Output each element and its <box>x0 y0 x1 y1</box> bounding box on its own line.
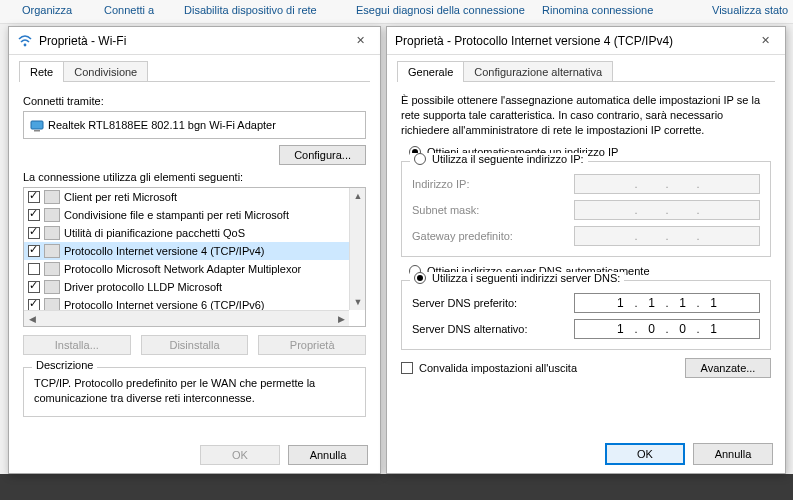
ip-manual-group: Utilizza il seguente indirizzo IP: Indir… <box>401 161 771 257</box>
ok-button[interactable]: OK <box>605 443 685 465</box>
component-icon <box>44 280 60 294</box>
toolbar-disable[interactable]: Disabilita dispositivo di rete <box>184 4 317 16</box>
list-item-label: Protocollo Microsoft Network Adapter Mul… <box>64 263 301 275</box>
list-item[interactable]: Protocollo Microsoft Network Adapter Mul… <box>24 260 349 278</box>
properties-button[interactable]: Proprietà <box>258 335 366 355</box>
intro-text: È possibile ottenere l'assegnazione auto… <box>401 93 771 138</box>
description-heading: Descrizione <box>32 359 97 371</box>
scrollbar-horizontal[interactable]: ◀▶ <box>24 310 349 326</box>
tab-rete[interactable]: Rete <box>19 61 64 82</box>
components-listbox[interactable]: Client per reti MicrosoftCondivisione fi… <box>23 187 366 327</box>
component-icon <box>44 226 60 240</box>
checkbox[interactable] <box>28 281 40 293</box>
wifi-properties-dialog: Proprietà - Wi-Fi ✕ Rete Condivisione Co… <box>8 26 381 474</box>
tab-condivisione[interactable]: Condivisione <box>63 61 148 82</box>
cancel-button[interactable]: Annulla <box>693 443 773 465</box>
configure-button[interactable]: Configura... <box>279 145 366 165</box>
tab-general[interactable]: Generale <box>397 61 464 82</box>
uses-label: La connessione utilizza gli elementi seg… <box>23 171 366 183</box>
radio-ip-manual[interactable] <box>414 153 426 165</box>
component-icon <box>44 298 60 310</box>
close-icon[interactable]: ✕ <box>751 34 779 47</box>
component-icon <box>44 190 60 204</box>
titlebar[interactable]: Proprietà - Protocollo Internet versione… <box>387 27 785 55</box>
radio-dns-manual[interactable] <box>414 272 426 284</box>
toolbar-rename[interactable]: Rinomina connessione <box>542 4 653 16</box>
list-item-label: Protocollo Internet versione 4 (TCP/IPv4… <box>64 245 265 257</box>
component-icon <box>44 208 60 222</box>
gw-label: Gateway predefinito: <box>412 230 562 242</box>
dns-manual-group: Utilizza i seguenti indirizzi server DNS… <box>401 280 771 350</box>
validate-checkbox[interactable] <box>401 362 413 374</box>
svg-point-0 <box>24 43 27 46</box>
list-item[interactable]: Client per reti Microsoft <box>24 188 349 206</box>
validate-label: Convalida impostazioni all'uscita <box>419 362 577 374</box>
toolbar-status[interactable]: Visualizza stato <box>712 4 788 16</box>
checkbox[interactable] <box>28 245 40 257</box>
checkbox[interactable] <box>28 209 40 221</box>
component-icon <box>44 244 60 258</box>
list-item[interactable]: Driver protocollo LLDP Microsoft <box>24 278 349 296</box>
cancel-button[interactable]: Annulla <box>288 445 368 465</box>
ip-label: Indirizzo IP: <box>412 178 562 190</box>
titlebar[interactable]: Proprietà - Wi-Fi ✕ <box>9 27 380 55</box>
ip-input: ... <box>574 174 760 194</box>
list-item-label: Utilità di pianificazione pacchetti QoS <box>64 227 245 239</box>
svg-rect-2 <box>34 130 40 132</box>
dns-alt-label: Server DNS alternativo: <box>412 323 562 335</box>
adapter-name: Realtek RTL8188EE 802.11 bgn Wi-Fi Adapt… <box>48 119 276 131</box>
list-item[interactable]: Protocollo Internet versione 4 (TCP/IPv4… <box>24 242 349 260</box>
advanced-button[interactable]: Avanzate... <box>685 358 771 378</box>
close-icon[interactable]: ✕ <box>346 34 374 47</box>
adapter-icon <box>30 118 48 132</box>
checkbox[interactable] <box>28 227 40 239</box>
list-item[interactable]: Protocollo Internet versione 6 (TCP/IPv6… <box>24 296 349 310</box>
gw-input: ... <box>574 226 760 246</box>
adapter-box[interactable]: Realtek RTL8188EE 802.11 bgn Wi-Fi Adapt… <box>23 111 366 139</box>
toolbar-connect[interactable]: Connetti a <box>104 4 154 16</box>
description-text: TCP/IP. Protocollo predefinito per le WA… <box>34 376 355 406</box>
checkbox[interactable] <box>28 263 40 275</box>
radio-ip-manual-label: Utilizza il seguente indirizzo IP: <box>432 153 584 165</box>
dns-pref-label: Server DNS preferito: <box>412 297 562 309</box>
radio-dns-manual-label: Utilizza i seguenti indirizzi server DNS… <box>432 272 620 284</box>
tab-alt-config[interactable]: Configurazione alternativa <box>463 61 613 82</box>
toolbar-organize[interactable]: Organizza <box>22 4 72 16</box>
connect-via-label: Connetti tramite: <box>23 95 366 107</box>
mask-label: Subnet mask: <box>412 204 562 216</box>
uninstall-button[interactable]: Disinstalla <box>141 335 249 355</box>
component-icon <box>44 262 60 276</box>
list-item[interactable]: Condivisione file e stampanti per reti M… <box>24 206 349 224</box>
description-group: Descrizione TCP/IP. Protocollo predefini… <box>23 367 366 417</box>
wifi-icon <box>17 33 33 49</box>
list-item-label: Protocollo Internet versione 6 (TCP/IPv6… <box>64 299 265 310</box>
checkbox[interactable] <box>28 299 40 310</box>
dns-alt-input[interactable]: 1. 0. 0. 1 <box>574 319 760 339</box>
list-item-label: Condivisione file e stampanti per reti M… <box>64 209 289 221</box>
list-item-label: Driver protocollo LLDP Microsoft <box>64 281 222 293</box>
list-item[interactable]: Utilità di pianificazione pacchetti QoS <box>24 224 349 242</box>
install-button[interactable]: Installa... <box>23 335 131 355</box>
ok-button[interactable]: OK <box>200 445 280 465</box>
dialog-title: Proprietà - Wi-Fi <box>39 34 346 48</box>
list-item-label: Client per reti Microsoft <box>64 191 177 203</box>
svg-rect-1 <box>31 121 43 129</box>
toolbar-diagnose[interactable]: Esegui diagnosi della connessione <box>356 4 525 16</box>
mask-input: ... <box>574 200 760 220</box>
scrollbar-vertical[interactable]: ▲▼ <box>349 188 365 310</box>
ipv4-properties-dialog: Proprietà - Protocollo Internet versione… <box>386 26 786 474</box>
checkbox[interactable] <box>28 191 40 203</box>
dialog-title: Proprietà - Protocollo Internet versione… <box>395 34 751 48</box>
dns-pref-input[interactable]: 1. 1. 1. 1 <box>574 293 760 313</box>
